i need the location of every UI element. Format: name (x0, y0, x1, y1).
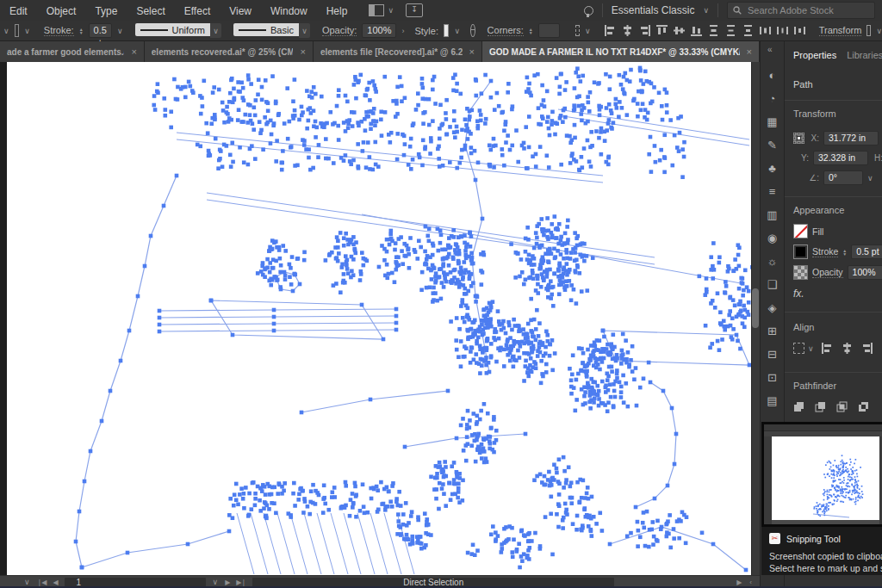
menu-item[interactable]: View (220, 5, 261, 17)
symbols-icon[interactable]: ♣ (761, 157, 784, 180)
chevron-down-icon[interactable]: ∨ (24, 27, 30, 35)
artboard-number-field[interactable]: 1 (65, 578, 206, 587)
stroke-link-label[interactable]: Stroke (812, 246, 838, 257)
close-tab-icon[interactable]: × (131, 46, 136, 57)
close-tab-icon[interactable]: × (300, 46, 305, 57)
fill-stroke-proxy[interactable] (15, 24, 20, 37)
align-right-icon[interactable] (639, 25, 650, 36)
hdist-left-icon[interactable] (760, 25, 771, 36)
color-icon[interactable]: ◐ (761, 64, 784, 87)
workspace-layout-icon[interactable] (369, 4, 384, 16)
first-artboard-icon[interactable]: ❘◀ (37, 579, 47, 586)
panel-tab[interactable]: Properties (793, 50, 836, 60)
color-guide-icon[interactable]: ◔ (761, 87, 784, 110)
align-top-icon[interactable] (656, 25, 668, 36)
x-field[interactable]: 31.772 in (823, 131, 879, 145)
chevron-down-icon[interactable]: ∨ (388, 6, 394, 15)
corners-field[interactable] (538, 23, 560, 38)
y-field[interactable]: 32.328 in (813, 151, 868, 165)
menu-item[interactable]: Edit (0, 5, 37, 17)
graphic-styles-icon[interactable]: ❑ (761, 273, 784, 296)
chevron-down-icon[interactable]: ∨ (703, 6, 709, 15)
align-left-icon[interactable] (822, 343, 833, 354)
stroke-stepper[interactable]: ▲▼ (79, 28, 84, 34)
close-tab-icon[interactable]: × (469, 46, 475, 57)
asset-export-icon[interactable]: ⊟ (761, 343, 784, 366)
lightbulb-icon[interactable] (584, 6, 593, 15)
swatches-icon[interactable]: ▦ (761, 110, 784, 133)
prev-artboard-icon[interactable]: ◀ (53, 579, 57, 586)
pf-intersect-icon[interactable] (836, 401, 848, 412)
workspace-switcher[interactable]: Essentials Classic (612, 4, 695, 16)
align-left-icon[interactable] (605, 25, 616, 36)
hdist-right-icon[interactable] (794, 25, 805, 36)
adobe-stock-search[interactable] (727, 2, 875, 19)
style-swatch[interactable] (444, 24, 449, 37)
transform-options-icon[interactable] (866, 25, 871, 36)
chevron-down-icon[interactable]: ∨ (213, 578, 219, 586)
pf-exclude-icon[interactable] (858, 401, 869, 412)
gradient-icon[interactable]: ▥ (761, 203, 784, 226)
stroke-swatch[interactable] (793, 244, 808, 259)
snip-notification[interactable]: ✂ Snipping Tool Screenshot copied to cli… (761, 527, 882, 575)
artboard-canvas[interactable] (7, 62, 751, 575)
last-artboard-icon[interactable]: ▶❘ (236, 579, 245, 586)
menu-item[interactable]: Effect (175, 5, 220, 17)
artboards-icon[interactable]: ⊞ (761, 319, 784, 343)
align-bottom-icon[interactable] (691, 25, 702, 36)
pf-minus-icon[interactable] (815, 401, 826, 412)
align-hcenter-icon[interactable] (622, 25, 633, 36)
align-panel-icon[interactable]: ▤ (761, 389, 784, 412)
chevron-down-icon[interactable]: ∨ (867, 174, 873, 183)
opacity-link-label[interactable]: Opacity (812, 267, 843, 278)
menu-item[interactable]: Help (317, 5, 357, 17)
next-artboard-icon[interactable]: ▶ (225, 579, 229, 586)
align-hcenter-icon[interactable] (842, 343, 853, 354)
chevron-down-icon[interactable]: ∨ (117, 27, 123, 35)
document-tab[interactable]: elements file [Recovered].ai* @ 6.25%...… (314, 41, 482, 62)
search-input[interactable] (746, 4, 853, 16)
brush-dropdown[interactable]: Basic ∨ (233, 23, 310, 38)
opacity-field[interactable]: 100% (362, 23, 396, 38)
document-tab[interactable]: GOD MADE A FARMER IL NO TXT R14DXF* @ 33… (482, 41, 760, 62)
align-to-selection-icon[interactable] (575, 25, 580, 36)
align-right-icon[interactable] (861, 343, 873, 354)
brushes-icon[interactable]: ✎ (761, 133, 784, 157)
vdist-bottom-icon[interactable] (742, 25, 754, 36)
chevron-down-icon[interactable]: ∨ (808, 344, 814, 353)
menu-item[interactable]: Object (37, 5, 86, 17)
menu-item[interactable]: Window (261, 5, 317, 17)
fill-label[interactable]: Fill (812, 226, 823, 237)
document-tab[interactable]: ade a farmer good elements.ai*... × (0, 41, 145, 62)
scrollbar-thumb[interactable] (752, 288, 759, 328)
pf-unite-icon[interactable] (793, 401, 804, 412)
align-vcenter-icon[interactable] (674, 25, 685, 36)
chevron-down-icon[interactable]: ∨ (3, 27, 9, 35)
chevron-down-icon[interactable]: ∨ (876, 27, 882, 35)
transform-panel-icon[interactable]: ⊡ (761, 366, 784, 389)
hdist-center-icon[interactable] (777, 25, 788, 36)
panel-tab[interactable]: Libraries (847, 50, 882, 60)
document-tab[interactable]: elements recovered.ai* @ 25% (CMYK... × (145, 41, 314, 62)
vdist-top-icon[interactable] (708, 25, 719, 36)
stroke-weight-field[interactable]: 0.5 pt (851, 244, 882, 259)
status-back-icon[interactable]: ‹ (749, 579, 751, 586)
corners-stepper[interactable]: ▲▼ (529, 28, 533, 34)
snip-preview-thumbnail[interactable] (761, 422, 882, 527)
corners-label[interactable]: Corners: (488, 25, 524, 36)
stroke-weight-field[interactable]: 0.5 pt (89, 23, 112, 38)
stroke-label[interactable]: Stroke: (44, 25, 74, 36)
stroke-stepper[interactable]: ▲▼ (842, 249, 847, 256)
angle-field[interactable]: 0° (823, 170, 863, 185)
fx-button[interactable]: fx. (793, 288, 804, 300)
menu-item[interactable]: Type (85, 5, 127, 17)
fill-swatch-none[interactable] (793, 224, 808, 238)
stroke-icon[interactable]: ≡ (761, 180, 784, 203)
close-tab-icon[interactable]: × (747, 46, 752, 57)
document-setup-globe-icon[interactable] (470, 24, 475, 37)
opacity-field[interactable]: 100% (848, 265, 882, 280)
chevron-down-icon[interactable]: ∨ (24, 578, 30, 586)
status-mode-field[interactable]: Direct Selection (252, 578, 614, 587)
reference-point-icon[interactable] (793, 133, 804, 144)
opacity-more-icon[interactable]: › (401, 27, 404, 35)
